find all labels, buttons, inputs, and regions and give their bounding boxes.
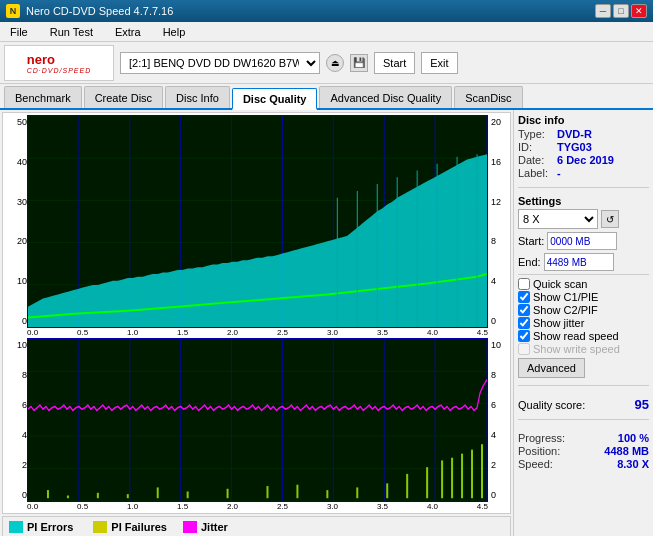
x2-label-2: 2.0 (227, 502, 238, 511)
chart2-y-left-10: 10 (5, 340, 27, 350)
show-write-row: Show write speed (518, 343, 649, 355)
chart2-y-right-10: 10 (491, 340, 508, 350)
x2-label-15: 1.5 (177, 502, 188, 511)
left-panel: 50 40 30 20 10 0 (0, 110, 513, 536)
show-jitter-checkbox[interactable] (518, 317, 530, 329)
chart-y-left-30: 30 (5, 197, 27, 207)
disc-label-label: Label: (518, 167, 553, 179)
disc-date-value: 6 Dec 2019 (557, 154, 614, 166)
tab-scan-disc[interactable]: ScanDisc (454, 86, 522, 108)
x2-label-0: 0.0 (27, 502, 38, 511)
menu-extra[interactable]: Extra (109, 24, 147, 40)
legend-jitter: Jitter Average: 8.07 % Maximum: 10.0 % P… (183, 521, 271, 536)
chart-y-left-50: 50 (5, 117, 27, 127)
window-controls[interactable]: ─ □ ✕ (595, 4, 647, 18)
x2-label-4: 4.0 (427, 502, 438, 511)
chart2-y-left-4: 4 (5, 430, 27, 440)
position-row: Position: 4488 MB (518, 445, 649, 457)
refresh-button[interactable]: ↺ (601, 210, 619, 228)
quick-scan-label: Quick scan (533, 278, 587, 290)
tab-advanced-disc-quality[interactable]: Advanced Disc Quality (319, 86, 452, 108)
chart-y-right-20: 20 (491, 117, 508, 127)
disc-label-row: Label: - (518, 167, 649, 179)
speed-row: Speed: 8.30 X (518, 458, 649, 470)
show-c1pie-row: Show C1/PIE (518, 291, 649, 303)
tab-benchmark[interactable]: Benchmark (4, 86, 82, 108)
tab-disc-quality[interactable]: Disc Quality (232, 88, 318, 110)
x-label-15: 1.5 (177, 328, 188, 337)
start-input[interactable] (547, 232, 617, 250)
tab-create-disc[interactable]: Create Disc (84, 86, 163, 108)
show-c2pif-checkbox[interactable] (518, 304, 530, 316)
divider-2 (518, 274, 649, 275)
close-button[interactable]: ✕ (631, 4, 647, 18)
menu-bar: File Run Test Extra Help (0, 22, 653, 42)
app-logo: nero CD·DVD/SPEED (4, 45, 114, 81)
chart2-y-left-2: 2 (5, 460, 27, 470)
main-content: 50 40 30 20 10 0 (0, 110, 653, 536)
device-selector[interactable]: [2:1] BENQ DVD DD DW1620 B7W9 (120, 52, 320, 74)
x-label-2: 2.0 (227, 328, 238, 337)
chart-y-left-20: 20 (5, 236, 27, 246)
disc-type-value: DVD-R (557, 128, 592, 140)
chart2-y-left-6: 6 (5, 400, 27, 410)
chart2-y-left-0: 0 (5, 490, 27, 500)
app-icon: N (6, 4, 20, 18)
menu-run-test[interactable]: Run Test (44, 24, 99, 40)
disc-info-title: Disc info (518, 114, 649, 126)
show-jitter-row: Show jitter (518, 317, 649, 329)
end-row: End: (518, 253, 649, 271)
show-read-row: Show read speed (518, 330, 649, 342)
x-label-05: 0.5 (77, 328, 88, 337)
app-title: Nero CD-DVD Speed 4.7.7.16 (26, 5, 173, 17)
chart-y-right-0: 0 (491, 316, 508, 326)
chart-y-left-40: 40 (5, 157, 27, 167)
disc-date-row: Date: 6 Dec 2019 (518, 154, 649, 166)
show-c2pif-row: Show C2/PIF (518, 304, 649, 316)
legend-pi-errors: PI Errors Average: 3.40 Maximum: 32 Tota… (9, 521, 77, 536)
save-button[interactable]: 💾 (350, 54, 368, 72)
pi-errors-color (9, 521, 23, 533)
show-write-checkbox[interactable] (518, 343, 530, 355)
end-input[interactable] (544, 253, 614, 271)
show-write-label: Show write speed (533, 343, 620, 355)
x-label-25: 2.5 (277, 328, 288, 337)
show-jitter-label: Show jitter (533, 317, 584, 329)
position-label: Position: (518, 445, 560, 457)
tab-disc-info[interactable]: Disc Info (165, 86, 230, 108)
advanced-button[interactable]: Advanced (518, 358, 585, 378)
show-c2pif-label: Show C2/PIF (533, 304, 598, 316)
bottom-chart (27, 338, 488, 502)
show-read-checkbox[interactable] (518, 330, 530, 342)
chart2-y-right-2: 2 (491, 460, 508, 470)
start-button[interactable]: Start (374, 52, 415, 74)
disc-date-label: Date: (518, 154, 553, 166)
disc-id-value: TYG03 (557, 141, 592, 153)
speed-label: Speed: (518, 458, 553, 470)
title-bar: N Nero CD-DVD Speed 4.7.7.16 ─ □ ✕ (0, 0, 653, 22)
tab-bar: Benchmark Create Disc Disc Info Disc Qua… (0, 84, 653, 110)
speed-selector[interactable]: 8 X (518, 209, 598, 229)
chart2-y-right-0: 0 (491, 490, 508, 500)
maximize-button[interactable]: □ (613, 4, 629, 18)
minimize-button[interactable]: ─ (595, 4, 611, 18)
menu-file[interactable]: File (4, 24, 34, 40)
start-row: Start: (518, 232, 649, 250)
exit-button[interactable]: Exit (421, 52, 457, 74)
eject-button[interactable]: ⏏ (326, 54, 344, 72)
disc-id-label: ID: (518, 141, 553, 153)
progress-row: Progress: 100 % (518, 432, 649, 444)
quick-scan-checkbox[interactable] (518, 278, 530, 290)
show-c1pie-checkbox[interactable] (518, 291, 530, 303)
pi-failures-color (93, 521, 107, 533)
menu-help[interactable]: Help (157, 24, 192, 40)
x2-label-25: 2.5 (277, 502, 288, 511)
toolbar: nero CD·DVD/SPEED [2:1] BENQ DVD DD DW16… (0, 42, 653, 84)
x-label-4: 4.0 (427, 328, 438, 337)
x2-label-05: 0.5 (77, 502, 88, 511)
chart-y-left-10: 10 (5, 276, 27, 286)
chart2-y-left-8: 8 (5, 370, 27, 380)
x2-label-35: 3.5 (377, 502, 388, 511)
disc-type-label: Type: (518, 128, 553, 140)
top-chart (27, 115, 488, 328)
